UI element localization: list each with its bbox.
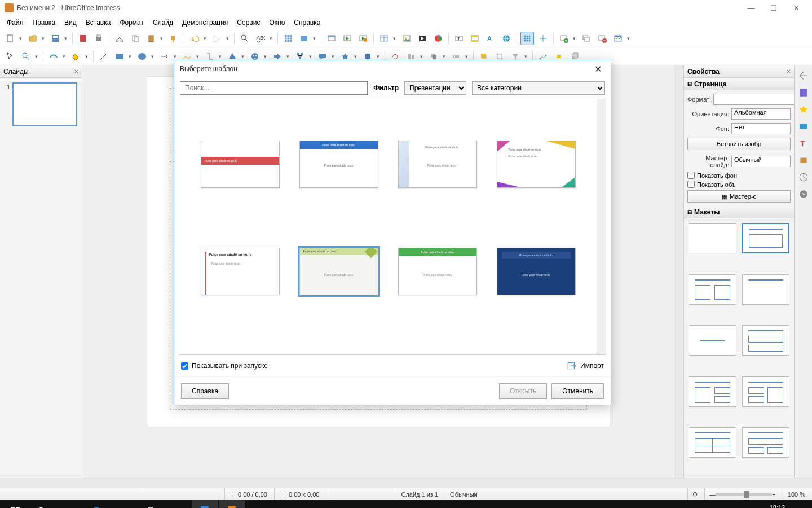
properties-tab-icon[interactable]	[797, 86, 810, 99]
vertical-scrollbar[interactable]	[674, 65, 683, 478]
minimize-button[interactable]: —	[740, 0, 762, 16]
maximize-button[interactable]: ☐	[762, 0, 785, 16]
writer-icon[interactable]	[192, 500, 218, 508]
menu-format[interactable]: Формат	[115, 17, 148, 28]
slide-layout-icon[interactable]	[611, 32, 625, 45]
open-icon[interactable]	[26, 32, 39, 45]
menu-view[interactable]: Вид	[60, 17, 81, 28]
layout-3col[interactable]	[689, 376, 736, 407]
menu-help[interactable]: Справка	[289, 17, 325, 28]
insert-chart-icon[interactable]	[431, 32, 445, 45]
zoom-tool-icon[interactable]	[19, 50, 33, 63]
insert-header-footer-icon[interactable]	[468, 32, 482, 45]
filter-type-select[interactable]: Презентации	[404, 81, 466, 95]
zoom-slider[interactable]: — +	[704, 488, 780, 500]
store-icon[interactable]	[138, 500, 164, 508]
taskview-button[interactable]	[56, 500, 82, 508]
insert-table-icon[interactable]	[377, 32, 391, 45]
template-item[interactable]: Pulse para añadir un título Pulse para a…	[497, 141, 576, 188]
arrow-tool-icon[interactable]	[158, 50, 171, 63]
transitions-tab-icon[interactable]	[797, 103, 810, 116]
gallery-tab-icon[interactable]	[797, 170, 810, 184]
template-scrollbar[interactable]	[597, 99, 606, 354]
show-objects-checkbox[interactable]	[687, 181, 695, 188]
cancel-button[interactable]: Отменить	[551, 383, 604, 399]
template-item[interactable]: Pulse para añadir un título	[201, 141, 280, 188]
insert-media-icon[interactable]	[416, 32, 429, 45]
start-button[interactable]	[2, 500, 28, 508]
layout-title-content[interactable]	[742, 223, 790, 253]
zoom-value[interactable]: 100 %	[783, 488, 810, 500]
insert-image-icon[interactable]	[400, 32, 413, 45]
format-field[interactable]	[713, 94, 797, 105]
template-search-input[interactable]	[180, 81, 368, 95]
background-select[interactable]: Нет	[731, 123, 791, 134]
open-button[interactable]: Открыть	[499, 383, 547, 399]
layout-4box-b[interactable]	[742, 427, 790, 458]
navigator-tab-icon[interactable]	[797, 187, 810, 201]
insert-textbox-icon[interactable]: T	[452, 32, 466, 45]
spellcheck-icon[interactable]: ABC	[254, 32, 267, 45]
menu-file[interactable]: Файл	[2, 17, 28, 28]
layout-title-2content[interactable]	[689, 274, 736, 305]
paste-icon[interactable]	[144, 32, 158, 45]
line-color-icon[interactable]	[47, 50, 60, 63]
display-grid-icon[interactable]	[281, 32, 295, 45]
clone-format-icon[interactable]	[167, 32, 180, 45]
display-views-icon[interactable]	[297, 32, 311, 45]
layout-4box[interactable]	[689, 427, 736, 458]
help-button[interactable]: Справка	[181, 383, 229, 399]
insert-hyperlink-icon[interactable]	[500, 32, 513, 45]
search-button[interactable]	[29, 500, 55, 508]
horizontal-scrollbar[interactable]	[0, 478, 812, 488]
fill-color-icon[interactable]	[69, 50, 83, 63]
export-pdf-icon[interactable]	[76, 32, 90, 45]
helplines-icon[interactable]	[536, 32, 550, 45]
template-item[interactable]: Pulse para añadir un título Pulse para a…	[201, 248, 280, 295]
layout-blank[interactable]	[689, 223, 736, 253]
start-show-icon[interactable]	[341, 32, 354, 45]
master-slide-icon[interactable]	[325, 32, 338, 45]
close-button[interactable]: ✕	[785, 0, 807, 16]
delete-slide-icon[interactable]	[595, 32, 609, 45]
cut-icon[interactable]	[113, 32, 126, 45]
ellipse-tool-icon[interactable]	[135, 50, 149, 63]
select-tool-icon[interactable]	[3, 50, 17, 63]
template-item[interactable]: Pulse para añadir un título Pulse para a…	[299, 248, 378, 295]
undo-icon[interactable]	[188, 32, 201, 45]
template-item[interactable]: Pulse para añadir un título Pulse para a…	[299, 141, 378, 188]
start-current-icon[interactable]	[356, 32, 370, 45]
new-slide-icon[interactable]	[557, 32, 571, 45]
redo-icon[interactable]	[210, 32, 224, 45]
master-tab-icon[interactable]: T	[797, 137, 810, 150]
save-icon[interactable]	[48, 32, 62, 45]
animation-tab-icon[interactable]	[797, 120, 810, 133]
print-icon[interactable]	[92, 32, 105, 45]
show-background-checkbox[interactable]	[687, 172, 695, 179]
menu-edit[interactable]: Правка	[28, 17, 60, 28]
dialog-close-icon[interactable]: ✕	[591, 64, 605, 75]
sidebar-settings-icon[interactable]	[797, 69, 810, 82]
styles-tab-icon[interactable]	[797, 154, 810, 167]
properties-close-icon[interactable]: ×	[786, 67, 791, 76]
tray-clock[interactable]: 18:12 06.04.2017	[762, 504, 793, 508]
fit-page-icon[interactable]: ⊕	[687, 488, 702, 500]
import-button[interactable]: Импорт	[567, 361, 604, 371]
copy-icon[interactable]	[129, 32, 142, 45]
new-doc-icon[interactable]	[3, 32, 17, 45]
slides-panel-close-icon[interactable]: ×	[74, 67, 78, 76]
template-item[interactable]: Pulse para añadir un título Pulse para a…	[398, 248, 477, 295]
orientation-select[interactable]: Альбомная	[731, 108, 791, 120]
snap-grid-icon[interactable]	[520, 32, 534, 45]
insert-fontwork-icon[interactable]: A	[484, 32, 497, 45]
edge-icon[interactable]	[83, 500, 109, 508]
insert-image-button[interactable]: Вставить изобр	[687, 138, 791, 150]
layout-two-content[interactable]	[742, 325, 790, 356]
template-item[interactable]: Pulse para añadir un título Pulse para a…	[398, 141, 477, 188]
master-slides-button[interactable]: ▦Мастер-с	[687, 190, 791, 203]
menu-tools[interactable]: Сервис	[232, 17, 264, 28]
menu-insert[interactable]: Вставка	[81, 17, 116, 28]
menu-show[interactable]: Демонстрация	[178, 17, 232, 28]
filter-category-select[interactable]: Все категории	[472, 81, 605, 95]
show-on-start-checkbox[interactable]	[181, 362, 188, 370]
